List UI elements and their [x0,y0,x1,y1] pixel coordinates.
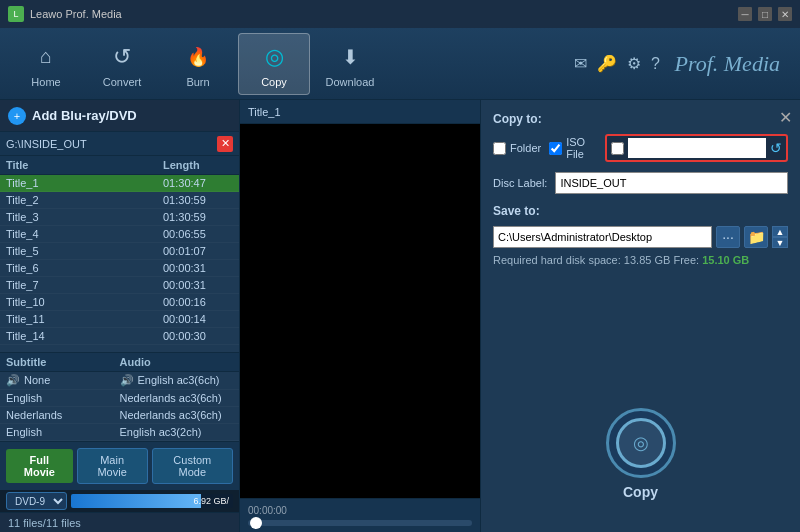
table-row[interactable]: Title_6 00:00:31 [0,260,239,277]
save-to-input[interactable] [493,226,712,248]
file-path-text: G:\INSIDE_OUT [6,138,217,150]
number-up-btn[interactable]: ▲ [772,226,788,237]
length-col-header: Length [163,159,233,171]
burn-icon [181,40,215,74]
video-title: Title_1 [248,106,281,118]
video-timeline: 00:00:00 [240,498,480,532]
subtitle-audio-header: Subtitle Audio [0,352,239,372]
copy-disc-icon: ◎ [633,432,649,454]
right-panel-close-btn[interactable]: ✕ [779,108,792,127]
bottom-buttons: Full Movie Main Movie Custom Mode [0,441,239,490]
number-down-btn[interactable]: ▼ [772,237,788,248]
audio-col-header: Audio [120,356,234,368]
folder-checkbox[interactable] [493,142,506,155]
message-icon[interactable]: ✉ [574,54,587,73]
iso-inner-checkbox[interactable] [611,142,624,155]
title-list[interactable]: Title Length Title_1 01:30:47 Title_2 01… [0,156,239,352]
custom-mode-button[interactable]: Custom Mode [152,448,233,484]
full-movie-button[interactable]: Full Movie [6,449,73,483]
save-number-stepper: ▲ ▼ [772,226,788,248]
main-area: + Add Blu-ray/DVD G:\INSIDE_OUT ✕ Title … [0,100,800,532]
home-icon [29,40,63,74]
settings-icon[interactable]: ⚙ [627,54,641,73]
list-item[interactable]: English English ac3(2ch) [0,424,239,441]
table-row[interactable]: Title_5 00:01:07 [0,243,239,260]
left-panel: + Add Blu-ray/DVD G:\INSIDE_OUT ✕ Title … [0,100,240,532]
speaker-icon: 🔊 [120,374,134,386]
disk-space-label: Required hard disk space: [493,254,621,266]
help-icon[interactable]: ? [651,55,660,73]
table-row[interactable]: Title_10 00:00:16 [0,294,239,311]
key-icon[interactable]: 🔑 [597,54,617,73]
table-row[interactable]: Title_7 00:00:31 [0,277,239,294]
video-title-bar: Title_1 [240,100,480,124]
app-title: Leawo Prof. Media [30,8,738,20]
iso-selector: ↺ [605,134,788,162]
list-item[interactable]: 🔊None 🔊English ac3(6ch) [0,372,239,390]
table-row[interactable]: Title_14 00:00:30 [0,328,239,345]
toolbar: Home Convert Burn Copy Download ✉ 🔑 ⚙ ? … [0,28,800,100]
main-movie-button[interactable]: Main Movie [77,448,148,484]
format-select[interactable]: DVD-9 DVD-5 [6,492,67,510]
save-to-label: Save to: [493,204,788,218]
disk-space-free: 15.10 GB [702,254,749,266]
copy-button-large[interactable]: ◎ Copy [606,408,676,500]
disk-space-free-label: Free: [673,254,699,266]
iso-path-input[interactable] [628,138,766,158]
copy-to-options: Folder ISO File ↺ [493,134,788,162]
file-path-clear-btn[interactable]: ✕ [217,136,233,152]
maximize-button[interactable]: □ [758,7,772,21]
iso-option: ISO File [549,136,597,160]
nav-copy-label: Copy [261,76,287,88]
disc-label-row: Disc Label: [493,172,788,194]
toolbar-utilities: ✉ 🔑 ⚙ ? [574,54,660,73]
copy-nav-icon [257,40,291,74]
close-button[interactable]: ✕ [778,7,792,21]
panel-header-icon: + [8,107,26,125]
video-time: 00:00:00 [248,505,472,516]
nav-convert[interactable]: Convert [86,33,158,95]
list-item[interactable]: English Nederlands ac3(6ch) [0,390,239,407]
table-row[interactable]: Title_11 00:00:14 [0,311,239,328]
copy-btn-label: Copy [623,484,658,500]
table-row[interactable]: Title_4 00:06:55 [0,226,239,243]
disc-label-input[interactable] [555,172,788,194]
panel-header-title: Add Blu-ray/DVD [32,108,231,123]
table-row[interactable]: Title_1 01:30:47 [0,175,239,192]
minimize-button[interactable]: ─ [738,7,752,21]
status-text: 11 files/11 files [8,517,81,529]
scrubber-thumb[interactable] [250,517,262,529]
iso-refresh-btn[interactable]: ↺ [770,140,782,156]
copy-btn-inner: ◎ [616,418,666,468]
table-row[interactable]: Title_3 01:30:59 [0,209,239,226]
nav-download[interactable]: Download [314,33,386,95]
nav-home-label: Home [31,76,60,88]
save-to-folder-btn[interactable]: 📁 [744,226,768,248]
progress-fill [71,494,201,508]
status-bar: 11 files/11 files [0,512,239,532]
center-panel: Title_1 00:00:00 [240,100,480,532]
iso-label: ISO File [566,136,597,160]
list-item[interactable]: Nederlands Nederlands ac3(6ch) [0,407,239,424]
panel-header: + Add Blu-ray/DVD [0,100,239,132]
copy-btn-circle: ◎ [606,408,676,478]
folder-label: Folder [510,142,541,154]
brand-logo: Prof. Media [675,51,781,77]
folder-option: Folder [493,142,541,155]
title-col-header: Title [6,159,163,171]
nav-download-label: Download [326,76,375,88]
video-scrubber[interactable] [248,520,472,526]
convert-icon [105,40,139,74]
video-area [240,124,480,498]
save-to-browse-btn[interactable]: ··· [716,226,740,248]
download-icon [333,40,367,74]
table-row[interactable]: Title_2 01:30:59 [0,192,239,209]
nav-convert-label: Convert [103,76,142,88]
nav-home[interactable]: Home [10,33,82,95]
speaker-icon: 🔊 [6,374,20,386]
nav-copy[interactable]: Copy [238,33,310,95]
save-to-row: ··· 📁 ▲ ▼ [493,226,788,248]
nav-burn[interactable]: Burn [162,33,234,95]
file-path-bar: G:\INSIDE_OUT ✕ [0,132,239,156]
iso-checkbox[interactable] [549,142,562,155]
